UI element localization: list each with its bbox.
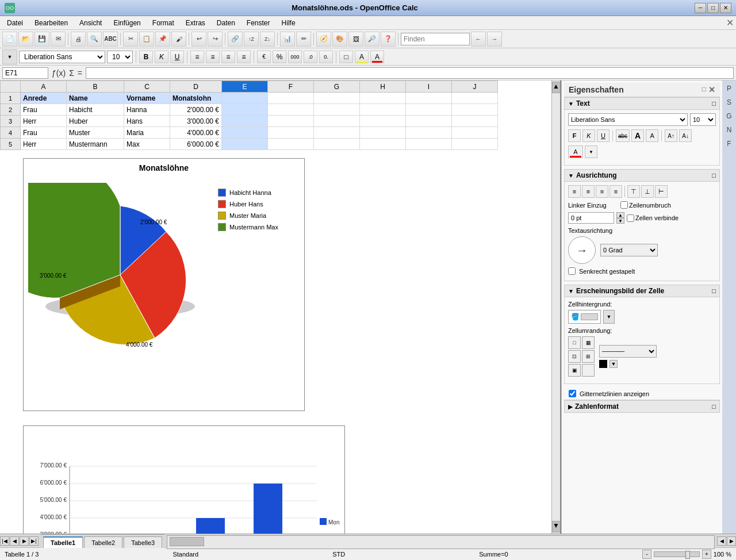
cell-i2[interactable]: [406, 104, 452, 116]
sort-asc-button[interactable]: ↑Z: [244, 32, 259, 47]
cell-ref-input[interactable]: [2, 67, 48, 79]
paste-button[interactable]: 📌: [155, 32, 170, 47]
currency-button[interactable]: €: [257, 51, 271, 63]
zoom-button[interactable]: 🔎: [365, 32, 379, 47]
zoom-slider[interactable]: [654, 551, 700, 557]
cell-b4[interactable]: Muster: [67, 127, 124, 139]
linebreak-checkbox[interactable]: [620, 201, 628, 209]
border-all-btn[interactable]: ▦: [582, 336, 595, 349]
align-left-btn[interactable]: ≡: [568, 185, 581, 198]
cell-d1[interactable]: Monatslohn: [170, 93, 222, 104]
cell-f5[interactable]: [268, 139, 314, 150]
align-justify-btn[interactable]: ≡: [610, 185, 622, 198]
align-left-button[interactable]: ≡: [190, 51, 204, 63]
panel-expand-button[interactable]: □: [702, 85, 706, 94]
cell-j3[interactable]: [452, 116, 498, 127]
panel-charformat-button[interactable]: A↑: [665, 129, 677, 142]
border-inner-btn[interactable]: ⊞: [582, 350, 595, 363]
sidebar-properties-icon[interactable]: P: [723, 83, 735, 94]
finden-next-button[interactable]: →: [487, 32, 502, 47]
thousand-button[interactable]: 000: [288, 51, 302, 63]
zahlenformat-expand-icon[interactable]: □: [712, 403, 716, 410]
menu-format[interactable]: Format: [148, 18, 179, 28]
style-dropdown[interactable]: ▼: [2, 49, 17, 64]
mergecells-checkbox[interactable]: [627, 214, 634, 222]
preview-button[interactable]: 🔍: [87, 32, 102, 47]
bg-color-button[interactable]: 🪣: [568, 310, 601, 324]
cell-h3[interactable]: [360, 116, 406, 127]
border-style-select[interactable]: ─────: [599, 345, 657, 358]
font-size-select[interactable]: 10: [107, 51, 133, 63]
panel-fontsizeinc-button[interactable]: A: [631, 129, 644, 142]
indent-down[interactable]: ▼: [616, 218, 624, 224]
menu-extras[interactable]: Extras: [181, 18, 210, 28]
panel-underline-button[interactable]: U: [597, 129, 610, 142]
borders-button[interactable]: □: [339, 51, 353, 63]
cell-i1[interactable]: [406, 93, 452, 104]
cell-i4[interactable]: [406, 127, 452, 139]
cell-d3[interactable]: 3'000.00 €: [170, 116, 222, 127]
undo-button[interactable]: ↩: [191, 32, 206, 47]
sidebar-gallery-icon[interactable]: G: [723, 110, 735, 122]
ausrichtung-section-header[interactable]: ▼ Ausrichtung □: [564, 169, 720, 182]
bg-color-button[interactable]: A: [355, 51, 369, 63]
cell-e5[interactable]: [222, 139, 268, 150]
cell-i3[interactable]: [406, 116, 452, 127]
col-header-c[interactable]: C: [124, 81, 170, 93]
panel-font-select[interactable]: Liberation Sans: [568, 113, 688, 126]
styles-button[interactable]: 🎨: [332, 32, 347, 47]
panel-fontcolor-button[interactable]: A: [568, 145, 583, 158]
align-right-button[interactable]: ≡: [221, 51, 235, 63]
cell-g1[interactable]: [314, 93, 360, 104]
text-section-expand-icon[interactable]: □: [712, 100, 716, 107]
panel-size-select[interactable]: 10: [690, 113, 716, 126]
col-header-i[interactable]: I: [406, 81, 452, 93]
hscroll-left-button[interactable]: ◀: [717, 536, 726, 546]
italic-button[interactable]: K: [155, 51, 168, 63]
cell-a3[interactable]: Herr: [21, 116, 67, 127]
minimize-button[interactable]: ─: [695, 3, 706, 13]
col-header-b[interactable]: B: [67, 81, 124, 93]
cell-c4[interactable]: Maria: [124, 127, 170, 139]
col-header-e[interactable]: E: [222, 81, 268, 93]
cell-a2[interactable]: Frau: [21, 104, 67, 116]
menu-einfuegen[interactable]: Einfügen: [109, 18, 145, 28]
format-paint-button[interactable]: 🖌: [171, 32, 186, 47]
cell-j4[interactable]: [452, 127, 498, 139]
print-button[interactable]: 🖨: [71, 32, 86, 47]
zahlenformat-section-header[interactable]: ▶ Zahlenformat □: [564, 400, 720, 413]
gallery-button[interactable]: 🖼: [348, 32, 363, 47]
redo-button[interactable]: ↪: [208, 32, 223, 47]
hscroll-thumb[interactable]: [170, 537, 204, 546]
gridlines-checkbox[interactable]: [569, 390, 576, 397]
increase-dec-button[interactable]: .0: [304, 51, 317, 63]
erscheinungsbild-expand-icon[interactable]: □: [712, 287, 716, 294]
cell-a4[interactable]: Frau: [21, 127, 67, 139]
cell-g4[interactable]: [314, 127, 360, 139]
decrease-dec-button[interactable]: 0.: [319, 51, 333, 63]
cell-b2[interactable]: Habicht: [67, 104, 124, 116]
indent-up[interactable]: ▲: [616, 212, 624, 218]
scroll-thumb-up[interactable]: ▲: [552, 82, 561, 93]
tab-last-button[interactable]: ▶|: [29, 536, 39, 546]
tab-next-button[interactable]: ▶: [20, 536, 29, 546]
cell-g5[interactable]: [314, 139, 360, 150]
panel-italic-button[interactable]: K: [582, 129, 595, 142]
cell-j1[interactable]: [452, 93, 498, 104]
cell-i5[interactable]: [406, 139, 452, 150]
sidebar-navigator-icon[interactable]: N: [723, 124, 735, 136]
formula-input[interactable]: [86, 67, 734, 79]
open-button[interactable]: 📂: [18, 32, 33, 47]
text-section-header[interactable]: ▼ Text □: [564, 97, 720, 110]
align-right-btn[interactable]: ≡: [596, 185, 608, 198]
draw-button[interactable]: ✏: [296, 32, 311, 47]
cell-f2[interactable]: [268, 104, 314, 116]
percent-button[interactable]: %: [273, 51, 286, 63]
email-button[interactable]: ✉: [51, 32, 66, 47]
zoom-in-button[interactable]: +: [702, 550, 711, 559]
sheet-tab-tabelle1[interactable]: Tabelle1: [43, 536, 83, 548]
vertical-scrollbar[interactable]: ▲ ▼: [551, 80, 560, 534]
tab-first-button[interactable]: |◀: [0, 536, 9, 546]
senkrecht-checkbox[interactable]: [568, 267, 576, 275]
grid-container[interactable]: A B C D E F G H I J 1: [0, 80, 560, 534]
